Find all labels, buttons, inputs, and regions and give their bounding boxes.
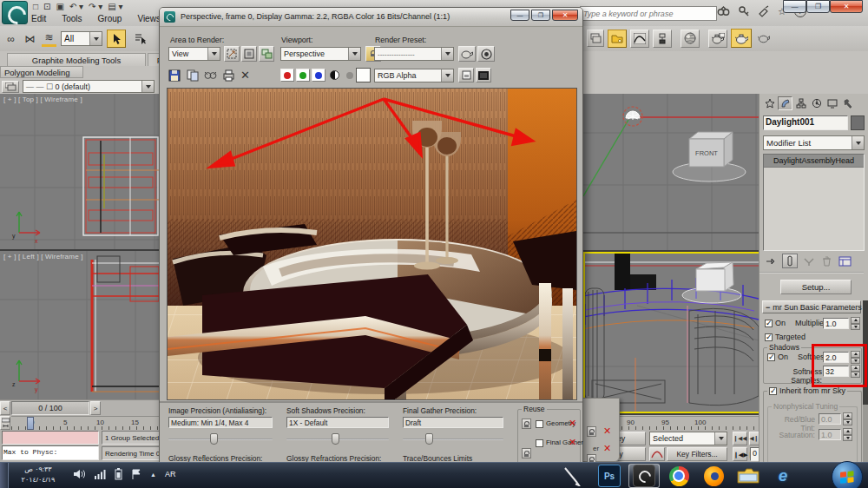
reuse-fg-lock-icon[interactable]: [522, 448, 531, 458]
redo-icon[interactable]: ↷ ▾: [89, 2, 102, 14]
network-icon[interactable]: [94, 469, 106, 479]
rfw-close-button[interactable]: ✕: [552, 10, 578, 21]
multiplier-spinner[interactable]: [851, 317, 860, 330]
configure-modifier-sets-icon[interactable]: [838, 255, 852, 267]
battery-icon[interactable]: [115, 468, 122, 480]
panel-polygon-modeling[interactable]: Polygon Modeling: [0, 66, 83, 78]
clear-image-icon[interactable]: ✕: [240, 69, 250, 82]
maxscript-listener-input[interactable]: Max to Physc:: [2, 445, 99, 460]
unlink-selection-icon[interactable]: ⋈: [23, 32, 37, 46]
viewport-left-label[interactable]: [ + ] [ Left ] [ Wireframe ]: [3, 253, 83, 260]
minimize-button[interactable]: —: [783, 0, 806, 13]
select-and-link-icon[interactable]: ∞: [3, 32, 18, 46]
rendered-frame-window-icon[interactable]: [731, 29, 752, 48]
modifier-list-combo[interactable]: Modifier List: [763, 135, 865, 150]
close-button[interactable]: ✕: [830, 0, 863, 13]
shadow-on-checkbox[interactable]: ✓: [767, 353, 775, 361]
menu-edit[interactable]: Edit: [31, 14, 46, 26]
communication-key-icon[interactable]: [738, 5, 750, 17]
search-binoculars-icon[interactable]: [717, 5, 730, 17]
copy-image-icon[interactable]: [187, 69, 199, 82]
timeslider-prev-button[interactable]: <: [0, 401, 10, 415]
taskbar-3dsmax-active[interactable]: [628, 464, 660, 488]
multiplier-field[interactable]: 1.0: [823, 318, 849, 329]
goto-start-icon[interactable]: ❙◀◀: [733, 432, 747, 445]
reuse-geometry-lock-icon[interactable]: [522, 419, 531, 429]
pin-stack-icon[interactable]: [765, 255, 777, 267]
menu-group[interactable]: Group: [98, 14, 122, 26]
final-gather-slider[interactable]: [403, 433, 503, 445]
object-name-field[interactable]: Daylight001: [763, 115, 848, 130]
saturation-spinner[interactable]: [843, 428, 852, 441]
tab-graphite-modeling[interactable]: Graphite Modeling Tools: [7, 53, 146, 66]
make-unique-icon[interactable]: [803, 255, 815, 267]
undo-icon[interactable]: ↶ ▾: [69, 2, 83, 14]
bg-clear-finalgather-x-icon[interactable]: ✕: [603, 444, 611, 452]
modifier-stack[interactable]: DaylightAssemblyHead: [763, 154, 865, 251]
key-filters-button[interactable]: Key Filters...: [667, 447, 727, 461]
viewport-perspective-active[interactable]: [583, 252, 760, 413]
default-in-out-tangent-icon[interactable]: [649, 447, 665, 461]
start-button[interactable]: [832, 461, 863, 488]
environment-effects-icon[interactable]: [477, 46, 495, 62]
taskbar-chrome[interactable]: [663, 464, 694, 488]
select-by-name-icon[interactable]: [130, 30, 149, 48]
pen-input-icon[interactable]: [562, 465, 582, 486]
object-color-swatch[interactable]: [851, 115, 865, 130]
timeslider-next-button[interactable]: >: [90, 401, 101, 415]
menu-tools[interactable]: Tools: [62, 14, 82, 26]
layer-manager-icon[interactable]: [587, 30, 604, 47]
max-logo-icon[interactable]: [2, 1, 28, 24]
material-editor-icon[interactable]: [681, 30, 700, 48]
volume-icon[interactable]: [73, 468, 85, 480]
edit-region-icon[interactable]: [224, 46, 240, 62]
track-bar-left[interactable]: 0 5 10 15: [11, 416, 159, 431]
search-input[interactable]: [580, 6, 717, 21]
reuse-geometry-x-icon[interactable]: ✕: [569, 419, 576, 427]
open-file-icon[interactable]: ⊡: [43, 2, 50, 14]
selection-set-combo[interactable]: Selected: [649, 432, 727, 445]
setup-button[interactable]: Setup...: [780, 280, 852, 294]
stack-item-selected[interactable]: DaylightAssemblyHead: [764, 155, 864, 168]
reuse-geometry-checkbox[interactable]: [536, 420, 543, 428]
taskbar-photoshop[interactable]: Ps: [594, 464, 625, 488]
green-channel-button[interactable]: [296, 69, 310, 82]
save-file-icon[interactable]: ▣: [56, 2, 63, 14]
bind-to-spacewarp-icon[interactable]: ≋: [42, 30, 56, 47]
schematic-view-icon[interactable]: [653, 30, 672, 48]
taskbar-internet-explorer[interactable]: e: [767, 464, 799, 488]
rendered-frame-window[interactable]: Perspective, frame 0, Display Gamma: 2.2…: [159, 7, 583, 476]
clone-rfw-icon[interactable]: [204, 69, 217, 82]
tab-create-icon[interactable]: [762, 96, 777, 110]
saturation-field[interactable]: 1.0: [819, 429, 841, 440]
trackbar-frame-handle[interactable]: [27, 417, 34, 430]
curve-editor-icon[interactable]: [630, 30, 649, 48]
clear-color-swatch[interactable]: [356, 68, 371, 82]
red-channel-button[interactable]: [280, 69, 294, 82]
time-slider-value[interactable]: 0 / 100: [11, 401, 89, 415]
tab-motion-icon[interactable]: [809, 96, 824, 110]
auto-region-icon[interactable]: [241, 46, 257, 62]
tab-utilities-icon[interactable]: [840, 96, 855, 110]
trackbar-mode-icon[interactable]: [0, 416, 10, 430]
viewport-lock-render-icon[interactable]: [259, 46, 274, 62]
soft-shadows-slider[interactable]: [286, 433, 389, 445]
tint-spinner[interactable]: [843, 412, 852, 425]
render-setup-icon[interactable]: [708, 30, 727, 48]
rfw-titlebar[interactable]: Perspective, frame 0, Display Gamma: 2.2…: [160, 8, 582, 27]
layer-list-icon[interactable]: [2, 81, 19, 93]
show-end-result-icon[interactable]: [783, 254, 797, 267]
tab-modify-icon[interactable]: [778, 96, 792, 110]
active-layer-combo[interactable]: — — ☐ 0 (default): [23, 80, 155, 93]
taskbar-clock[interactable]: ٠٩:٣٣ ص ٢٠١٤/٠٤/١٩: [10, 465, 66, 487]
area-to-render-combo[interactable]: View: [168, 47, 220, 61]
targeted-checkbox[interactable]: ✓: [765, 333, 773, 341]
reuse-fg-x-icon[interactable]: ✕: [569, 438, 576, 446]
render-production-icon[interactable]: [755, 30, 773, 47]
key-mode-toggle-icon[interactable]: ❙◀▶❙: [733, 447, 747, 461]
taskbar-firefox[interactable]: [698, 464, 729, 488]
tab-hierarchy-icon[interactable]: [793, 96, 808, 110]
action-center-flag-icon[interactable]: [131, 469, 141, 480]
color-correction-icon[interactable]: [458, 68, 474, 82]
blue-channel-button[interactable]: [312, 69, 326, 82]
